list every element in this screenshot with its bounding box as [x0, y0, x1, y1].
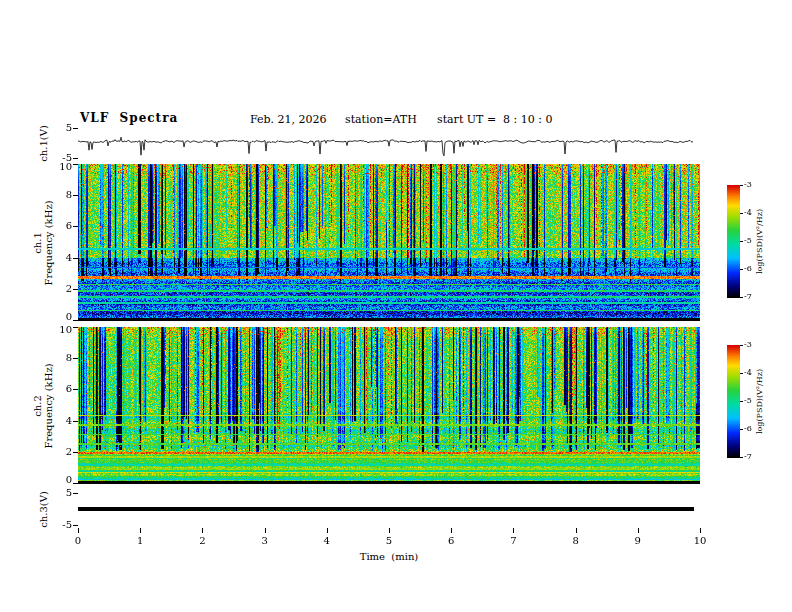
- ch2-frequency-axis-label: ch.2 Frequency (kHz): [26, 327, 60, 484]
- plot-title: VLF Spectra: [80, 111, 178, 125]
- freq-tick-label: 10: [50, 161, 72, 172]
- psd-tick-label: -6: [744, 264, 760, 273]
- time-tick-label: 2: [191, 535, 213, 546]
- ch3-voltage-axis-text: ch.3(V): [38, 491, 49, 528]
- time-tick-label: 5: [378, 535, 400, 546]
- colorbar2-label-text: log(PSD)(V²/Hz): [755, 369, 766, 434]
- freq-tick-label: 0: [50, 311, 72, 322]
- psd-tick-label: -3: [744, 180, 760, 189]
- time-tick-label: 0: [67, 535, 89, 546]
- freq-tick-label: 8: [50, 352, 72, 363]
- time-tick-label: 6: [440, 535, 462, 546]
- time-tick-label: 10: [689, 535, 711, 546]
- psd-tick-label: -7: [744, 292, 760, 301]
- voltage-tick-label: -5: [50, 152, 72, 163]
- ch2-axis-channel-text: ch.2: [32, 363, 43, 448]
- time-tick-mark: [576, 528, 577, 533]
- ch2-spectrogram-canvas: [78, 327, 700, 484]
- psd-tick-mark: [740, 185, 743, 186]
- freq-tick-label: 6: [50, 220, 72, 231]
- freq-tick-label: 10: [50, 324, 72, 335]
- psd-tick-label: -3: [744, 340, 760, 349]
- time-tick-mark: [78, 528, 79, 533]
- ch1-axis-channel-text: ch.1: [32, 200, 43, 285]
- ch1-spectrogram-canvas: [78, 164, 700, 321]
- ch3-flat-trace: [78, 507, 694, 511]
- freq-tick-label: 2: [50, 446, 72, 457]
- time-tick-mark: [700, 528, 701, 533]
- ch3-waveform-panel: [78, 490, 700, 528]
- time-tick-mark: [327, 528, 328, 533]
- ch2-spectrogram-panel: [78, 327, 700, 484]
- colorbar1-axis-label: log(PSD)(V²/Hz): [752, 185, 768, 298]
- psd-tick-mark: [740, 269, 743, 270]
- psd-tick-mark: [740, 457, 743, 458]
- psd-tick-label: -5: [744, 396, 760, 405]
- ch2-axis-frequency-text: Frequency (kHz): [43, 363, 54, 448]
- freq-tick-label: 4: [50, 415, 72, 426]
- freq-tick-label: 0: [50, 474, 72, 485]
- time-tick-mark: [451, 528, 452, 533]
- time-tick-label: 7: [502, 535, 524, 546]
- time-tick-label: 4: [316, 535, 338, 546]
- time-tick-label: 8: [565, 535, 587, 546]
- time-tick-mark: [202, 528, 203, 533]
- psd-tick-mark: [740, 373, 743, 374]
- voltage-tick-label: -5: [50, 519, 72, 530]
- psd-tick-mark: [740, 297, 743, 298]
- time-tick-label: 1: [129, 535, 151, 546]
- freq-tick-label: 6: [50, 383, 72, 394]
- time-tick-mark: [638, 528, 639, 533]
- voltage-tick-label: 5: [50, 487, 72, 498]
- psd-tick-mark: [740, 241, 743, 242]
- freq-tick-label: 2: [50, 283, 72, 294]
- colorbar2-axis-label: log(PSD)(V²/Hz): [752, 345, 768, 458]
- time-tick-label: 3: [254, 535, 276, 546]
- psd-tick-mark: [740, 213, 743, 214]
- ch1-voltage-axis-label: ch.1(V): [34, 125, 52, 161]
- ch3-voltage-axis-label: ch.3(V): [34, 490, 52, 528]
- time-tick-mark: [389, 528, 390, 533]
- ch1-waveform-panel: [78, 125, 700, 161]
- psd-tick-label: -6: [744, 424, 760, 433]
- ch1-axis-frequency-text: Frequency (kHz): [43, 200, 54, 285]
- ch1-spectrogram-panel: [78, 164, 700, 321]
- colorbar1-label-text: log(PSD)(V²/Hz): [755, 209, 766, 274]
- psd-tick-label: -5: [744, 236, 760, 245]
- ch1-frequency-axis-label: ch.1 Frequency (kHz): [26, 164, 60, 321]
- ch1-voltage-axis-text: ch.1(V): [38, 125, 49, 162]
- colorbar-ch2: [727, 345, 740, 458]
- psd-tick-mark: [740, 401, 743, 402]
- time-tick-mark: [140, 528, 141, 533]
- psd-tick-label: -7: [744, 452, 760, 461]
- time-tick-mark: [513, 528, 514, 533]
- freq-tick-label: 8: [50, 189, 72, 200]
- psd-tick-mark: [740, 429, 743, 430]
- x-axis-label: Time (min): [78, 551, 700, 562]
- ch1-waveform-canvas: [78, 125, 700, 161]
- psd-tick-label: -4: [744, 368, 760, 377]
- psd-tick-mark: [740, 345, 743, 346]
- time-tick-label: 9: [627, 535, 649, 546]
- voltage-tick-label: 5: [50, 122, 72, 133]
- psd-tick-label: -4: [744, 208, 760, 217]
- colorbar-ch1: [727, 185, 740, 298]
- time-tick-mark: [265, 528, 266, 533]
- freq-tick-label: 4: [50, 252, 72, 263]
- vlf-spectra-figure: VLF Spectra Feb. 21, 2026 station=ATH st…: [0, 0, 792, 612]
